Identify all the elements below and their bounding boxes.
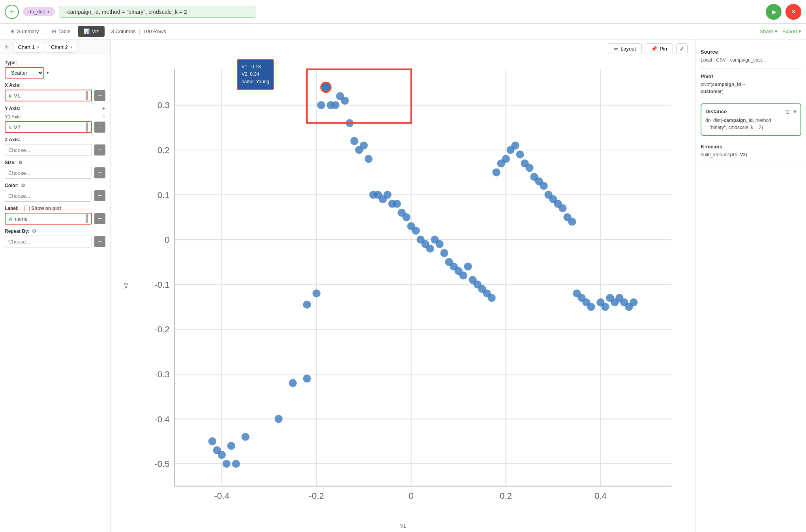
- scatter-plot[interactable]: -0.4-0.200.20.40.30.20.10-0.1-0.2-0.3-0.…: [126, 51, 688, 520]
- pencil-icon: ✏: [614, 46, 618, 52]
- svg-point-93: [559, 204, 566, 212]
- left-panel: + Chart 1 ▾ Chart 2 ▾ Type: Scatter L: [0, 39, 111, 532]
- svg-point-32: [218, 451, 226, 459]
- y1axis-menu-icon[interactable]: ≡: [103, 114, 105, 120]
- pin-icon: 📌: [651, 46, 657, 52]
- svg-point-89: [540, 182, 547, 190]
- label-drag-handle[interactable]: [86, 214, 88, 223]
- stop-button[interactable]: [785, 4, 801, 20]
- function-badge[interactable]: do_dist ▾: [23, 7, 55, 16]
- pin-button[interactable]: 📌 Pin: [645, 43, 673, 54]
- xaxis-drag-handle[interactable]: [86, 91, 88, 100]
- label-show-checkbox[interactable]: [24, 206, 30, 211]
- share-button[interactable]: Share ▾: [760, 28, 778, 34]
- tab-summary[interactable]: ⊞ Summary: [5, 26, 45, 37]
- size-control: Size: ⚙ −: [5, 160, 105, 179]
- repeat-remove-button[interactable]: −: [94, 236, 105, 247]
- expand-button[interactable]: ⤢: [676, 43, 688, 54]
- size-remove-button[interactable]: −: [94, 167, 105, 178]
- distance-body: do_dist(-campaign_id, method= "binary", …: [705, 117, 797, 131]
- zaxis-remove-button[interactable]: −: [94, 144, 105, 155]
- svg-text:-0.4: -0.4: [214, 491, 229, 501]
- size-gear-icon[interactable]: ⚙: [18, 160, 22, 165]
- svg-text:0.2: 0.2: [500, 491, 512, 501]
- chart2-chevron-icon: ▾: [70, 45, 72, 49]
- main-content: + Chart 1 ▾ Chart 2 ▾ Type: Scatter L: [0, 39, 806, 532]
- controls-panel: Type: Scatter Line Bar ▾ X Axis:: [0, 55, 110, 252]
- pivot-body: pivot(campaign_id ~customer): [701, 81, 801, 95]
- type-label: Type:: [5, 60, 105, 66]
- tab-viz[interactable]: 📊 Viz: [78, 26, 105, 37]
- svg-rect-109: [307, 69, 411, 123]
- svg-text:0.2: 0.2: [157, 145, 170, 155]
- pivot-section: Pivot pivot(campaign_id ~customer): [701, 69, 801, 100]
- run-button[interactable]: [766, 4, 782, 20]
- right-panel: Source Local - CSV - campaign_cust... Pi…: [695, 39, 806, 532]
- xaxis-input[interactable]: # V1: [5, 90, 92, 101]
- expand-icon: ⤢: [680, 46, 684, 52]
- svg-point-62: [412, 227, 420, 234]
- type-select[interactable]: Scatter Line Bar: [5, 67, 44, 79]
- add-button[interactable]: +: [5, 5, 19, 19]
- size-input[interactable]: [5, 167, 92, 179]
- svg-point-84: [516, 150, 524, 158]
- type-chevron-icon: ▾: [47, 70, 49, 75]
- svg-point-51: [360, 141, 368, 149]
- svg-point-83: [511, 141, 519, 149]
- chart1-chevron-icon: ▾: [37, 45, 39, 49]
- xaxis-hash-icon: #: [9, 93, 11, 99]
- summary-icon: ⊞: [10, 28, 15, 34]
- color-row: −: [5, 190, 105, 202]
- yaxis-drag-handle[interactable]: [86, 122, 88, 132]
- layout-button[interactable]: ✏ Layout: [608, 43, 642, 54]
- distance-card-actions: 🗑 ≡: [785, 108, 797, 114]
- zaxis-input[interactable]: [5, 144, 92, 156]
- label-a-icon: A: [9, 216, 12, 222]
- formula-box[interactable]: -campaign_id, method = "binary", cmdscal…: [59, 6, 256, 18]
- kmeans-section: K-means build_kmeans(V1, V2): [701, 139, 801, 163]
- tab-viz-label: Viz: [92, 28, 99, 34]
- svg-point-34: [227, 442, 235, 450]
- repeat-input[interactable]: [5, 236, 92, 247]
- svg-point-99: [587, 303, 595, 311]
- chart1-label: Chart 1: [18, 44, 35, 50]
- y-axis-label: V2: [123, 283, 129, 289]
- chart-toolbar: ✏ Layout 📌 Pin ⤢: [608, 43, 688, 54]
- yaxis-input[interactable]: # V2: [5, 121, 92, 133]
- repeat-gear-icon[interactable]: ⚙: [32, 229, 36, 234]
- svg-point-47: [341, 97, 349, 105]
- svg-point-107: [630, 298, 637, 306]
- tab-table[interactable]: ⊟ Table: [46, 26, 76, 37]
- chart-tab-1[interactable]: Chart 1 ▾: [13, 42, 45, 52]
- svg-point-101: [601, 303, 609, 311]
- chart-tab-2[interactable]: Chart 2 ▾: [46, 42, 77, 52]
- distance-delete-icon[interactable]: 🗑: [785, 108, 790, 114]
- svg-text:-0.2: -0.2: [309, 491, 324, 501]
- yaxis-control: Y Axis: + Y1 Axis: ≡ # V2 −: [5, 105, 105, 133]
- svg-point-108: [321, 82, 331, 92]
- label-input[interactable]: A name: [5, 213, 92, 225]
- distance-menu-icon[interactable]: ≡: [793, 108, 797, 114]
- svg-text:0.1: 0.1: [157, 190, 170, 200]
- repeat-control: Repeat By: ⚙ −: [5, 229, 105, 247]
- svg-point-95: [568, 218, 576, 226]
- svg-text:0: 0: [165, 235, 169, 245]
- tab-table-label: Table: [58, 28, 71, 34]
- chart-add-button[interactable]: +: [5, 43, 9, 51]
- yaxis-add-icon[interactable]: +: [102, 105, 105, 112]
- xaxis-remove-button[interactable]: −: [94, 90, 105, 101]
- svg-point-56: [384, 191, 392, 199]
- chevron-down-icon: ▾: [47, 9, 49, 14]
- color-input[interactable]: [5, 190, 92, 202]
- distance-card-header: Distance 🗑 ≡: [705, 108, 797, 114]
- svg-point-78: [487, 294, 495, 302]
- label-remove-button[interactable]: −: [94, 213, 105, 224]
- distance-title: Distance: [705, 109, 727, 114]
- svg-point-45: [332, 101, 339, 109]
- function-name: do_dist: [28, 9, 45, 15]
- color-remove-button[interactable]: −: [94, 190, 105, 201]
- yaxis-remove-button[interactable]: −: [94, 122, 105, 133]
- color-gear-icon[interactable]: ⚙: [21, 183, 25, 188]
- label-label: Label: Show on plot: [5, 206, 105, 211]
- export-button[interactable]: Export ▾: [782, 28, 801, 34]
